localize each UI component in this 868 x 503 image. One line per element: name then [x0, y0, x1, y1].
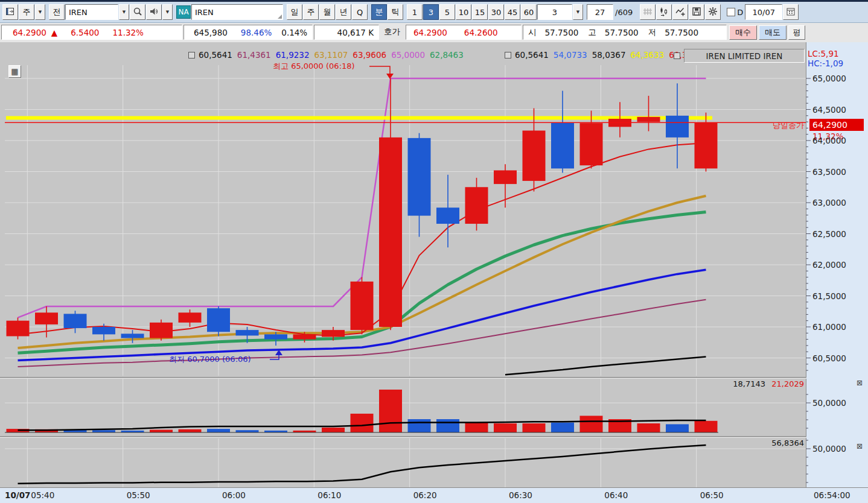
period-button-quarter[interactable]: Q	[352, 4, 368, 20]
search-icon	[133, 7, 142, 18]
current-price-badge: 64,2900	[809, 119, 864, 131]
up-arrow-icon: ▲	[51, 28, 57, 37]
period-button-month[interactable]: 월	[319, 4, 335, 20]
volume-indicator-values: 18,7143 21,2029	[628, 380, 804, 388]
lc-value: LC:5,91	[808, 49, 839, 59]
panel-expand-icon[interactable]: ⊠	[857, 442, 863, 451]
calendar-button[interactable]	[783, 4, 799, 20]
legend-checkbox-icon[interactable]	[674, 52, 680, 59]
y-axis-label: 64,0000	[812, 136, 846, 145]
candle-body	[379, 138, 402, 327]
sell-button[interactable]: 매도	[759, 25, 787, 40]
bar-count-input[interactable]: 27	[587, 4, 613, 20]
candle-body	[264, 334, 287, 339]
volume-bar	[92, 430, 115, 432]
interval-button-60[interactable]: 60	[521, 4, 537, 20]
grid-view-button[interactable]: ▦	[8, 65, 21, 78]
legend-value: 63,9606	[353, 50, 386, 60]
legend-value: 58,0367	[592, 50, 626, 60]
tick-mode-button[interactable]: 틱	[388, 4, 403, 20]
legend-value: 60,5641	[199, 50, 232, 60]
legend-value: 63,1107	[314, 50, 348, 60]
band-legend-row: 60,564154,073358,036764,363368,3267	[505, 50, 703, 60]
volume-bar	[523, 423, 546, 432]
fence-tool-button[interactable]	[640, 4, 656, 20]
legend-checkbox-icon[interactable]	[505, 52, 511, 59]
symbol-combo-input[interactable]: IREN	[65, 4, 118, 20]
period-button-day[interactable]: 일	[287, 4, 302, 20]
legend-checkbox-icon[interactable]	[188, 52, 195, 59]
x-axis-label: 06:30	[509, 490, 532, 500]
y-axis-label: 61,5000	[812, 291, 846, 301]
volume-box: 645,980 98.46% 0.14%	[183, 25, 313, 40]
y-axis-label: 61,0000	[812, 322, 846, 332]
date-input[interactable]: 10/07	[745, 4, 782, 20]
candle-body	[494, 170, 517, 184]
sound-dropdown[interactable]: ▼	[162, 4, 173, 20]
na-badge: NA	[176, 5, 191, 19]
y-axis-label: 63,0000	[812, 198, 846, 207]
x-axis-label: 06:00	[222, 490, 246, 500]
candle-body	[35, 312, 58, 324]
candle-body	[408, 138, 431, 216]
sound-button[interactable]	[146, 4, 162, 20]
calendar-icon	[786, 7, 796, 18]
candle-body	[7, 321, 30, 337]
gear-icon	[708, 7, 718, 18]
hc-value: HC:-1,09	[808, 59, 843, 68]
interval-button-15[interactable]: 15	[472, 4, 488, 20]
interval-button-45[interactable]: 45	[505, 4, 520, 20]
symbol-title-box: IREN LIMITED IREN	[684, 49, 805, 63]
period-button-week[interactable]: 주	[303, 4, 319, 20]
interval-button-3[interactable]: 3	[423, 4, 439, 20]
d-checkbox[interactable]	[727, 8, 735, 16]
lower-indicator-value: 56,8364	[689, 439, 804, 448]
compare-candle-button[interactable]	[656, 4, 672, 20]
x-axis-label: 06:20	[413, 490, 437, 500]
grid-icon: ▦	[11, 67, 18, 76]
x-axis-end-label: 06:54:00	[814, 490, 850, 500]
trendline-tool-button[interactable]	[672, 4, 688, 20]
candle-body	[351, 282, 374, 330]
week-chart-dropdown[interactable]: ▼	[35, 4, 45, 20]
volume-bar	[150, 430, 173, 433]
volume-bar	[666, 424, 689, 432]
volume-bar	[207, 429, 230, 432]
minute-mode-button[interactable]: 분	[371, 4, 387, 20]
volume-bar	[179, 429, 202, 432]
search-button[interactable]	[130, 4, 145, 20]
save-button[interactable]	[689, 4, 704, 20]
price-change-box: 64.2900 ▲ 6.5400 11.32%	[1, 25, 182, 40]
prev-symbol-button[interactable]: 전	[49, 4, 65, 20]
candle-body	[666, 116, 689, 138]
candle-body	[695, 122, 718, 168]
legend-value: 60,5641	[515, 50, 549, 60]
interval-button-5[interactable]: 5	[439, 4, 455, 20]
interval-button-10[interactable]: 10	[456, 4, 471, 20]
chevron-down-icon: ▼	[166, 10, 169, 14]
chart-canvas[interactable]	[0, 42, 868, 503]
symbol-name-input[interactable]: IREN	[191, 4, 283, 20]
volume-bar	[379, 390, 402, 432]
y-axis-label: 63,5000	[812, 167, 846, 177]
avg-button[interactable]: 평	[788, 25, 805, 40]
period-button-year[interactable]: 년	[336, 4, 351, 20]
y-axis-label: 62,5000	[812, 229, 846, 239]
new-window-button[interactable]	[2, 4, 18, 20]
interval-button-1[interactable]: 1	[407, 4, 423, 20]
price-change: 6.5400	[71, 28, 99, 37]
week-chart-button[interactable]: 주	[19, 4, 34, 20]
settings-button[interactable]	[705, 4, 721, 20]
interval-button-30[interactable]: 30	[488, 4, 504, 20]
custom-interval-input[interactable]: 3	[537, 4, 572, 20]
volume-bar	[551, 423, 574, 432]
y-axis-label: 60,5000	[812, 353, 846, 363]
custom-interval-dropdown[interactable]: ▼	[573, 4, 583, 20]
symbol-dropdown[interactable]: ▼	[119, 4, 129, 20]
legend-value: 64,3633	[630, 50, 664, 60]
panel-expand-icon[interactable]: ⊠	[857, 379, 863, 387]
buy-button[interactable]: 매수	[729, 25, 757, 40]
ma-legend-row: 60,564161,436161,923263,110763,960665,00…	[188, 50, 464, 60]
open-price: 57.7500	[545, 28, 579, 37]
legend-value: 61,4361	[237, 50, 271, 60]
